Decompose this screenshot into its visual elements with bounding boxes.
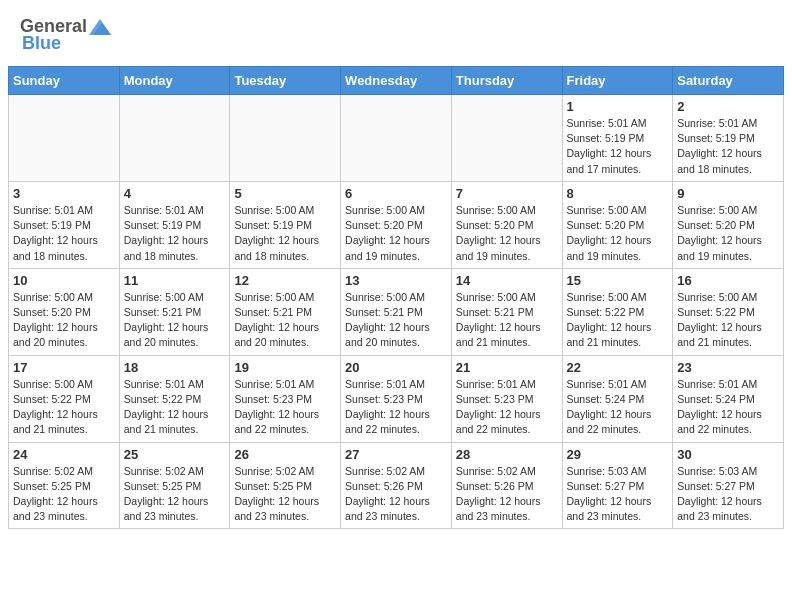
calendar-cell: 26Sunrise: 5:02 AM Sunset: 5:25 PM Dayli…	[230, 442, 341, 529]
calendar-table: SundayMondayTuesdayWednesdayThursdayFrid…	[8, 66, 784, 529]
logo-icon	[89, 19, 111, 35]
calendar-cell	[9, 95, 120, 182]
day-info: Sunrise: 5:00 AM Sunset: 5:22 PM Dayligh…	[13, 377, 115, 438]
day-info: Sunrise: 5:00 AM Sunset: 5:20 PM Dayligh…	[677, 203, 779, 264]
day-number: 5	[234, 186, 336, 201]
calendar-cell: 2Sunrise: 5:01 AM Sunset: 5:19 PM Daylig…	[673, 95, 784, 182]
weekday-header-monday: Monday	[119, 67, 230, 95]
calendar-cell: 14Sunrise: 5:00 AM Sunset: 5:21 PM Dayli…	[451, 268, 562, 355]
calendar-cell: 27Sunrise: 5:02 AM Sunset: 5:26 PM Dayli…	[341, 442, 452, 529]
day-info: Sunrise: 5:00 AM Sunset: 5:22 PM Dayligh…	[677, 290, 779, 351]
day-info: Sunrise: 5:02 AM Sunset: 5:25 PM Dayligh…	[234, 464, 336, 525]
day-number: 30	[677, 447, 779, 462]
calendar-cell: 25Sunrise: 5:02 AM Sunset: 5:25 PM Dayli…	[119, 442, 230, 529]
day-number: 29	[567, 447, 669, 462]
day-info: Sunrise: 5:01 AM Sunset: 5:24 PM Dayligh…	[567, 377, 669, 438]
day-number: 21	[456, 360, 558, 375]
calendar-cell: 19Sunrise: 5:01 AM Sunset: 5:23 PM Dayli…	[230, 355, 341, 442]
day-number: 4	[124, 186, 226, 201]
weekday-header-tuesday: Tuesday	[230, 67, 341, 95]
weekday-header-wednesday: Wednesday	[341, 67, 452, 95]
weekday-header-row: SundayMondayTuesdayWednesdayThursdayFrid…	[9, 67, 784, 95]
day-info: Sunrise: 5:00 AM Sunset: 5:20 PM Dayligh…	[345, 203, 447, 264]
page-container: General Blue SundayMondayTuesdayWednesda…	[0, 0, 792, 537]
week-row-2: 3Sunrise: 5:01 AM Sunset: 5:19 PM Daylig…	[9, 181, 784, 268]
calendar-cell: 30Sunrise: 5:03 AM Sunset: 5:27 PM Dayli…	[673, 442, 784, 529]
calendar-cell: 29Sunrise: 5:03 AM Sunset: 5:27 PM Dayli…	[562, 442, 673, 529]
day-info: Sunrise: 5:00 AM Sunset: 5:19 PM Dayligh…	[234, 203, 336, 264]
calendar-cell: 12Sunrise: 5:00 AM Sunset: 5:21 PM Dayli…	[230, 268, 341, 355]
calendar-cell: 8Sunrise: 5:00 AM Sunset: 5:20 PM Daylig…	[562, 181, 673, 268]
day-info: Sunrise: 5:00 AM Sunset: 5:21 PM Dayligh…	[124, 290, 226, 351]
day-number: 26	[234, 447, 336, 462]
week-row-1: 1Sunrise: 5:01 AM Sunset: 5:19 PM Daylig…	[9, 95, 784, 182]
calendar-cell: 22Sunrise: 5:01 AM Sunset: 5:24 PM Dayli…	[562, 355, 673, 442]
day-info: Sunrise: 5:02 AM Sunset: 5:26 PM Dayligh…	[456, 464, 558, 525]
calendar-cell: 7Sunrise: 5:00 AM Sunset: 5:20 PM Daylig…	[451, 181, 562, 268]
day-info: Sunrise: 5:00 AM Sunset: 5:21 PM Dayligh…	[345, 290, 447, 351]
calendar-cell	[451, 95, 562, 182]
day-number: 22	[567, 360, 669, 375]
day-number: 13	[345, 273, 447, 288]
calendar-cell: 10Sunrise: 5:00 AM Sunset: 5:20 PM Dayli…	[9, 268, 120, 355]
day-number: 15	[567, 273, 669, 288]
day-info: Sunrise: 5:01 AM Sunset: 5:24 PM Dayligh…	[677, 377, 779, 438]
calendar-cell: 13Sunrise: 5:00 AM Sunset: 5:21 PM Dayli…	[341, 268, 452, 355]
day-info: Sunrise: 5:01 AM Sunset: 5:23 PM Dayligh…	[234, 377, 336, 438]
day-number: 27	[345, 447, 447, 462]
day-number: 14	[456, 273, 558, 288]
calendar-cell	[119, 95, 230, 182]
day-number: 2	[677, 99, 779, 114]
weekday-header-sunday: Sunday	[9, 67, 120, 95]
day-number: 12	[234, 273, 336, 288]
weekday-header-friday: Friday	[562, 67, 673, 95]
calendar-cell	[341, 95, 452, 182]
calendar-cell: 24Sunrise: 5:02 AM Sunset: 5:25 PM Dayli…	[9, 442, 120, 529]
day-number: 16	[677, 273, 779, 288]
day-info: Sunrise: 5:00 AM Sunset: 5:21 PM Dayligh…	[456, 290, 558, 351]
week-row-5: 24Sunrise: 5:02 AM Sunset: 5:25 PM Dayli…	[9, 442, 784, 529]
day-number: 17	[13, 360, 115, 375]
day-number: 24	[13, 447, 115, 462]
calendar-cell: 18Sunrise: 5:01 AM Sunset: 5:22 PM Dayli…	[119, 355, 230, 442]
day-info: Sunrise: 5:02 AM Sunset: 5:25 PM Dayligh…	[124, 464, 226, 525]
calendar-cell: 16Sunrise: 5:00 AM Sunset: 5:22 PM Dayli…	[673, 268, 784, 355]
header: General Blue	[0, 0, 792, 58]
calendar-cell: 23Sunrise: 5:01 AM Sunset: 5:24 PM Dayli…	[673, 355, 784, 442]
day-number: 8	[567, 186, 669, 201]
calendar-cell: 15Sunrise: 5:00 AM Sunset: 5:22 PM Dayli…	[562, 268, 673, 355]
day-info: Sunrise: 5:00 AM Sunset: 5:21 PM Dayligh…	[234, 290, 336, 351]
day-info: Sunrise: 5:01 AM Sunset: 5:23 PM Dayligh…	[456, 377, 558, 438]
day-number: 6	[345, 186, 447, 201]
day-info: Sunrise: 5:00 AM Sunset: 5:22 PM Dayligh…	[567, 290, 669, 351]
logo: General Blue	[20, 16, 111, 54]
calendar-cell	[230, 95, 341, 182]
calendar-cell: 6Sunrise: 5:00 AM Sunset: 5:20 PM Daylig…	[341, 181, 452, 268]
day-info: Sunrise: 5:01 AM Sunset: 5:19 PM Dayligh…	[13, 203, 115, 264]
calendar-cell: 3Sunrise: 5:01 AM Sunset: 5:19 PM Daylig…	[9, 181, 120, 268]
calendar-cell: 28Sunrise: 5:02 AM Sunset: 5:26 PM Dayli…	[451, 442, 562, 529]
weekday-header-saturday: Saturday	[673, 67, 784, 95]
day-info: Sunrise: 5:00 AM Sunset: 5:20 PM Dayligh…	[456, 203, 558, 264]
day-info: Sunrise: 5:01 AM Sunset: 5:23 PM Dayligh…	[345, 377, 447, 438]
day-number: 3	[13, 186, 115, 201]
day-number: 10	[13, 273, 115, 288]
day-number: 18	[124, 360, 226, 375]
calendar-cell: 1Sunrise: 5:01 AM Sunset: 5:19 PM Daylig…	[562, 95, 673, 182]
day-info: Sunrise: 5:01 AM Sunset: 5:22 PM Dayligh…	[124, 377, 226, 438]
calendar-cell: 4Sunrise: 5:01 AM Sunset: 5:19 PM Daylig…	[119, 181, 230, 268]
day-number: 9	[677, 186, 779, 201]
day-number: 7	[456, 186, 558, 201]
weekday-header-thursday: Thursday	[451, 67, 562, 95]
day-number: 25	[124, 447, 226, 462]
day-info: Sunrise: 5:03 AM Sunset: 5:27 PM Dayligh…	[677, 464, 779, 525]
calendar-cell: 20Sunrise: 5:01 AM Sunset: 5:23 PM Dayli…	[341, 355, 452, 442]
calendar-cell: 11Sunrise: 5:00 AM Sunset: 5:21 PM Dayli…	[119, 268, 230, 355]
calendar-cell: 17Sunrise: 5:00 AM Sunset: 5:22 PM Dayli…	[9, 355, 120, 442]
week-row-3: 10Sunrise: 5:00 AM Sunset: 5:20 PM Dayli…	[9, 268, 784, 355]
day-number: 1	[567, 99, 669, 114]
day-info: Sunrise: 5:00 AM Sunset: 5:20 PM Dayligh…	[567, 203, 669, 264]
calendar-cell: 5Sunrise: 5:00 AM Sunset: 5:19 PM Daylig…	[230, 181, 341, 268]
calendar-wrapper: SundayMondayTuesdayWednesdayThursdayFrid…	[0, 66, 792, 537]
day-info: Sunrise: 5:02 AM Sunset: 5:26 PM Dayligh…	[345, 464, 447, 525]
